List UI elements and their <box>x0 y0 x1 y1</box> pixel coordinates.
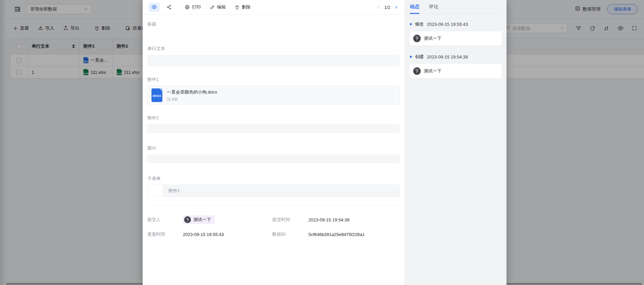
edit-button[interactable]: 编辑 <box>210 4 226 10</box>
activity-item: 修改 2023-09-15 19:55:43 下 测试一下 <box>410 21 502 46</box>
activity-card[interactable]: 下 测试一下 <box>410 64 502 78</box>
update-time-value: 2023-09-15 19:55:43 <box>183 232 272 237</box>
update-time-label: 更新时间 <box>147 231 183 237</box>
delete-button[interactable]: 删除 <box>235 4 251 10</box>
avatar: 下 <box>413 67 421 75</box>
field-label-subform: 子表单 <box>147 175 400 182</box>
print-label: 打印 <box>192 4 201 10</box>
field-value-image-empty <box>147 154 400 163</box>
attachment-file-card[interactable]: DOCX 一直会变颜色的小狗.docx 11 KB <box>147 86 400 105</box>
edit-label: 编辑 <box>217 4 226 10</box>
field-value-attach2-empty <box>147 124 400 133</box>
record-detail-drawer: 打印 编辑 删除 1/2 <box>143 0 506 285</box>
submit-time-label: 提交时间 <box>272 217 308 223</box>
print-button[interactable]: 打印 <box>184 4 201 10</box>
activity-time: 2023-09-15 19:54:38 <box>427 54 468 60</box>
avatar: 下 <box>184 216 191 223</box>
attachment-file-name: 一直会变颜色的小狗.docx <box>167 89 217 95</box>
detail-toolbar: 打印 编辑 删除 1/2 <box>143 0 405 15</box>
tab-comments[interactable]: 评论 <box>429 0 438 14</box>
share-icon[interactable] <box>166 4 172 10</box>
field-label-image: 图片 <box>147 145 400 151</box>
data-id-label: 数据ID <box>272 231 308 237</box>
field-label-title: 标题 <box>147 21 400 27</box>
submitter-pill[interactable]: 下 测试一下 <box>183 215 215 224</box>
activity-item: 创建 2023-09-15 19:54:38 下 测试一下 <box>410 54 502 78</box>
activity-dot-icon <box>410 23 412 25</box>
activity-user: 测试一下 <box>424 68 441 74</box>
activity-type: 修改 <box>415 21 424 27</box>
page-indicator: 1/2 <box>384 5 390 10</box>
activity-user: 测试一下 <box>424 35 441 41</box>
section-divider <box>147 205 400 206</box>
view-mode-button[interactable] <box>149 3 160 12</box>
activity-dot-icon <box>410 56 412 58</box>
prev-record-icon[interactable] <box>376 5 381 10</box>
field-label-text: 单行文本 <box>147 46 400 52</box>
toolbar-divider <box>178 4 178 10</box>
activity-card[interactable]: 下 测试一下 <box>410 31 502 46</box>
record-detail-main: 打印 编辑 删除 1/2 <box>143 0 405 285</box>
app-window: 管理全部数据 数据管理 编辑表单 <box>0 0 644 285</box>
subform-column-header: 附件1 <box>163 185 400 197</box>
record-meta: 提交人 下 测试一下 提交时间 2023-09-15 19:54:38 更新时间… <box>147 215 400 237</box>
submit-time-value: 2023-09-15 19:54:38 <box>308 217 400 222</box>
attachment-file-size: 11 KB <box>167 97 217 102</box>
avatar: 下 <box>413 35 421 42</box>
record-pager: 1/2 <box>376 5 399 10</box>
submitter-name: 测试一下 <box>193 217 211 223</box>
subform-index-cell <box>148 185 163 197</box>
activity-panel: 动态 评论 修改 2023-09-15 19:55:43 下 测试一下 创建 <box>405 0 506 285</box>
field-label-attach2: 附件2 <box>147 115 400 121</box>
next-record-icon[interactable] <box>394 5 399 10</box>
field-label-attach1: 附件1 <box>147 77 400 83</box>
activity-type: 创建 <box>415 54 424 60</box>
data-id-value: 5cf646b391a25e9475f226a1 <box>308 232 400 237</box>
field-value-title-empty <box>147 27 400 46</box>
activity-time: 2023-09-15 19:55:43 <box>427 22 468 27</box>
panel-tabs: 动态 评论 <box>410 0 502 14</box>
delete-label: 删除 <box>242 4 251 10</box>
tab-activity[interactable]: 动态 <box>410 0 419 14</box>
record-fields: 标题 单行文本 附件1 DOCX 一直会变颜色的小狗.docx 11 KB 附件… <box>143 15 405 285</box>
subform-table: 附件1 <box>147 185 400 197</box>
field-value-text <box>147 55 400 66</box>
submitter-label: 提交人 <box>147 217 183 223</box>
docx-file-icon: DOCX <box>151 88 162 102</box>
